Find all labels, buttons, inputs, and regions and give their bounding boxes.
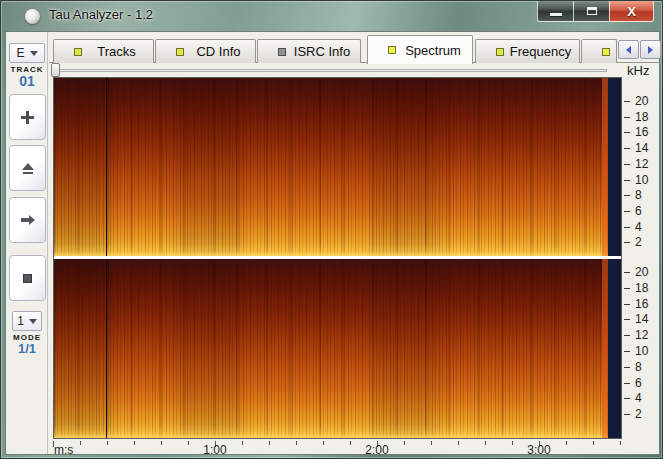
tab-led-icon <box>278 48 286 56</box>
sidebar: E TRACK 01 1 MODE 1/1 <box>6 32 48 454</box>
axis-tick-label: 6 <box>635 204 661 218</box>
plus-icon <box>21 111 34 124</box>
axis-tick-label: 2 <box>635 407 661 421</box>
trailing-silence <box>608 259 621 438</box>
axis-tick-label: 2 <box>635 235 661 249</box>
frequency-axis: 20181614121086422018161412108642 <box>624 78 661 440</box>
right-arrow-icon <box>648 46 653 54</box>
axis-tick <box>624 288 630 289</box>
axis-tick <box>624 242 630 243</box>
app-body: E TRACK 01 1 MODE 1/1 <box>5 31 660 455</box>
title-bar[interactable]: Tau Analyzer - 1.2 X <box>1 1 662 31</box>
tab-frequency[interactable]: Frequency <box>475 39 580 63</box>
axis-tick-label: 8 <box>635 360 661 374</box>
axis-tick-label: 16 <box>635 125 661 139</box>
axis-tick-label: 14 <box>635 312 661 326</box>
track-number: 01 <box>6 73 48 89</box>
axis-tick <box>624 195 630 196</box>
axis-tick-label: 20 <box>635 94 661 108</box>
tab-cd-info[interactable]: CD Info <box>155 39 256 63</box>
axis-tick <box>624 414 630 415</box>
add-tracks-button[interactable] <box>9 94 46 140</box>
drive-select-dropdown[interactable]: E <box>9 43 45 63</box>
drive-select-value: E <box>16 46 24 60</box>
tab-scroll-left-button[interactable] <box>618 40 639 59</box>
spectrogram-channel-1[interactable] <box>54 78 621 256</box>
time-tick <box>107 441 108 445</box>
time-tick <box>566 441 567 445</box>
app-icon <box>25 9 40 24</box>
spectrogram-container <box>53 77 622 439</box>
tab-partial[interactable] <box>581 39 617 63</box>
axis-tick <box>624 383 630 384</box>
time-tick <box>404 441 405 445</box>
tab-label: ISRC Info <box>288 40 356 63</box>
time-tick <box>350 441 351 445</box>
maximize-button[interactable] <box>573 1 610 22</box>
maximize-icon <box>587 7 597 15</box>
time-tick <box>620 441 621 445</box>
chevron-down-icon <box>29 319 37 324</box>
axis-tick-label: 12 <box>635 157 661 171</box>
axis-tick <box>624 227 630 228</box>
time-tick <box>512 441 513 445</box>
close-icon: X <box>627 5 636 18</box>
window-title: Tau Analyzer - 1.2 <box>49 7 153 22</box>
tab-led-icon <box>388 46 396 54</box>
time-tick <box>134 441 135 445</box>
axis-tick <box>624 304 630 305</box>
zoom-slider-thumb[interactable] <box>51 63 60 77</box>
close-button[interactable]: X <box>609 1 654 22</box>
tab-isrc-info[interactable]: ISRC Info <box>257 39 361 63</box>
axis-tick-label: 8 <box>635 188 661 202</box>
play-next-button[interactable] <box>9 197 46 243</box>
axis-tick-label: 10 <box>635 173 661 187</box>
left-arrow-icon <box>626 46 631 54</box>
eject-button[interactable] <box>9 145 46 191</box>
time-unit-label: m:s <box>54 443 73 457</box>
time-tick <box>269 441 270 445</box>
time-tick <box>593 441 594 445</box>
time-label: 2:00 <box>357 443 397 457</box>
mode-value: 1/1 <box>6 341 48 356</box>
axis-tick <box>624 367 630 368</box>
tab-bar: TracksCD InfoISRC InfoSpectrumFrequency <box>49 32 661 63</box>
tab-tracks[interactable]: Tracks <box>53 39 154 63</box>
axis-tick <box>624 101 630 102</box>
axis-tick-label: 18 <box>635 110 661 124</box>
time-tick <box>242 441 243 445</box>
tab-label: Frequency <box>506 40 575 63</box>
frequency-unit-label: kHz <box>627 63 649 78</box>
tab-scroll-right-button[interactable] <box>640 40 661 59</box>
time-tick <box>485 441 486 445</box>
axis-tick-label: 6 <box>635 376 661 390</box>
spectrogram-channel-2[interactable] <box>54 259 621 438</box>
axis-tick <box>624 117 630 118</box>
tab-led-icon <box>74 48 82 56</box>
time-tick <box>431 441 432 445</box>
tab-led-icon <box>602 48 610 56</box>
axis-tick-label: 4 <box>635 391 661 405</box>
right-arrow-icon <box>21 215 35 225</box>
axis-tick <box>624 351 630 352</box>
mode-select-dropdown[interactable]: 1 <box>12 311 42 331</box>
stop-button[interactable] <box>9 255 46 301</box>
zoom-slider-track[interactable] <box>53 69 607 72</box>
playback-cursor <box>106 78 107 256</box>
tab-led-icon <box>496 48 504 56</box>
axis-tick <box>624 148 630 149</box>
minimize-button[interactable] <box>537 1 574 22</box>
eject-icon <box>22 163 34 174</box>
axis-tick <box>624 180 630 181</box>
axis-tick <box>624 272 630 273</box>
axis-tick-label: 20 <box>635 265 661 279</box>
playback-cursor <box>106 259 107 438</box>
axis-tick <box>624 319 630 320</box>
time-tick <box>458 441 459 445</box>
tab-label: Spectrum <box>398 36 468 64</box>
minimize-icon <box>550 13 562 16</box>
tab-spectrum[interactable]: Spectrum <box>367 35 473 64</box>
window-controls: X <box>537 1 654 22</box>
axis-tick <box>624 335 630 336</box>
axis-tick-label: 14 <box>635 141 661 155</box>
